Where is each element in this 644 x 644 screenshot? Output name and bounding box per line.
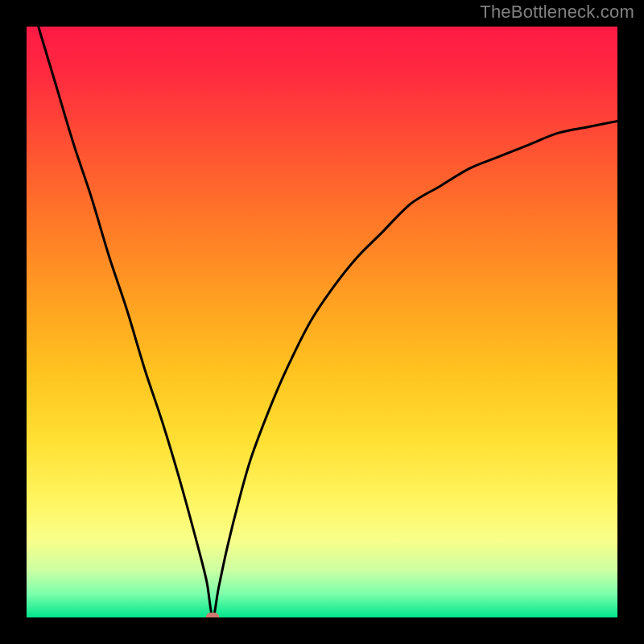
chart-frame: TheBottleneck.com bbox=[0, 0, 644, 644]
minimum-marker bbox=[206, 613, 219, 617]
plot-area bbox=[27, 27, 617, 617]
plot-svg bbox=[27, 27, 617, 617]
gradient-background bbox=[27, 27, 617, 617]
watermark-label: TheBottleneck.com bbox=[480, 2, 634, 23]
